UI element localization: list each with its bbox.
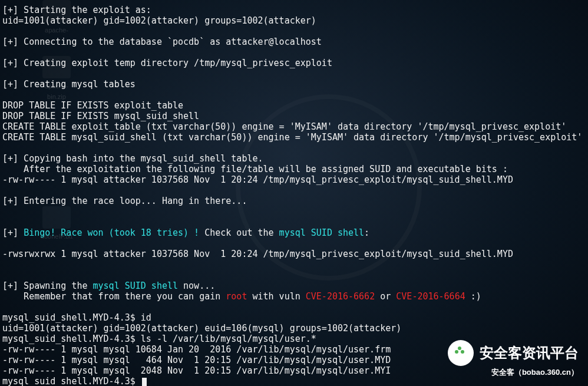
- terminal-text: Bingo! Race won (took 18 tries) !: [24, 227, 199, 238]
- terminal-line: DROP TABLE IF EXISTS exploit_table: [2, 100, 586, 111]
- terminal-prompt-line[interactable]: mysql_suid_shell.MYD-4.3$: [2, 376, 586, 386]
- terminal-text: CVE-2016-6662: [306, 291, 375, 302]
- terminal-line: [2, 259, 586, 270]
- terminal-text: -rw-rw---- 1 mysql mysql 2048 Nov 1 20:1…: [2, 365, 391, 376]
- terminal-line: [2, 270, 586, 281]
- terminal-line: uid=1001(attacker) gid=1002(attacker) eu…: [2, 323, 586, 334]
- terminal-line: [2, 185, 586, 196]
- terminal-line: -rw-rw---- 1 mysql attacker 1037568 Nov …: [2, 174, 586, 185]
- terminal-line: mysql_suid_shell.MYD-4.3$ id: [2, 312, 586, 323]
- terminal-line: -rw-rw---- 1 mysql mysql 10684 Jan 20 20…: [2, 344, 586, 355]
- terminal-line: -rwsrwxrwx 1 mysql attacker 1037568 Nov …: [2, 249, 586, 259]
- terminal-text: -rw-rw---- 1 mysql mysql 464 Nov 1 20:15…: [2, 355, 391, 365]
- terminal-text: with vuln: [247, 291, 305, 302]
- terminal-line: After the exploitation the following fil…: [2, 164, 586, 174]
- terminal-text: [+]: [2, 227, 24, 238]
- terminal-prompt: mysql_suid_shell.MYD-4.3$: [2, 376, 141, 386]
- terminal-text: DROP TABLE IF EXISTS mysql_suid_shell: [2, 111, 199, 121]
- terminal-text: now...: [178, 281, 215, 291]
- terminal-line: [2, 217, 586, 227]
- terminal-text: Check out the: [199, 227, 279, 238]
- terminal-text: [+] Creating mysql tables: [2, 79, 136, 90]
- terminal-line: mysql_suid_shell.MYD-4.3$ ls -l /var/lib…: [2, 334, 586, 344]
- terminal-line: [2, 238, 586, 249]
- terminal-text: [+] Starting the exploit as:: [2, 5, 151, 15]
- terminal-line: uid=1001(attacker) gid=1002(attacker) gr…: [2, 15, 586, 26]
- terminal-text: or: [375, 291, 396, 302]
- terminal-line: -rw-rw---- 1 mysql mysql 2048 Nov 1 20:1…: [2, 365, 586, 376]
- terminal-text: -rwsrwxrwx 1 mysql attacker 1037568 Nov …: [2, 249, 513, 259]
- terminal-line: [2, 47, 586, 58]
- terminal-text: [+] Entering the race loop... Hang in th…: [2, 196, 247, 206]
- terminal-text: Remember that from there you can gain: [2, 291, 226, 302]
- terminal-line: [2, 206, 586, 217]
- terminal-line: DROP TABLE IF EXISTS mysql_suid_shell: [2, 111, 586, 121]
- terminal-text: [+] Creating exploit temp directory /tmp…: [2, 58, 332, 68]
- terminal-line: [2, 26, 586, 37]
- terminal-line: [2, 68, 586, 79]
- terminal-text: :: [364, 227, 369, 238]
- terminal-line: [+] Spawning the mysql SUID shell now...: [2, 281, 586, 291]
- terminal-line: CREATE TABLE exploit_table (txt varchar(…: [2, 121, 586, 132]
- terminal-line: [+] Creating mysql tables: [2, 79, 586, 90]
- terminal-text: uid=1001(attacker) gid=1002(attacker) eu…: [2, 323, 401, 334]
- terminal-text: mysql_suid_shell.MYD-4.3$ id: [2, 312, 151, 323]
- terminal-text: CVE-2016-6664: [396, 291, 465, 302]
- terminal-text: DROP TABLE IF EXISTS exploit_table: [2, 100, 183, 111]
- terminal-output[interactable]: [+] Starting the exploit as:uid=1001(att…: [0, 0, 588, 386]
- terminal-text: [+] Spawning the: [2, 281, 93, 291]
- terminal-text: :): [465, 291, 481, 302]
- terminal-line: [+] Connecting to the database `pocdb` a…: [2, 37, 586, 47]
- terminal-line: [+] Starting the exploit as:: [2, 5, 586, 15]
- terminal-line: -rw-rw---- 1 mysql mysql 464 Nov 1 20:15…: [2, 355, 586, 365]
- terminal-line: [2, 90, 586, 100]
- terminal-line: [+] Entering the race loop... Hang in th…: [2, 196, 586, 206]
- terminal-text: mysql SUID shell: [93, 281, 179, 291]
- terminal-text: mysql_suid_shell.MYD-4.3$ ls -l /var/lib…: [2, 334, 316, 344]
- terminal-text: -rw-rw---- 1 mysql attacker 1037568 Nov …: [2, 174, 513, 185]
- terminal-text: root: [226, 291, 247, 302]
- terminal-text: uid=1001(attacker) gid=1002(attacker) gr…: [2, 15, 316, 26]
- terminal-text: [+] Copying bash into the mysql_suid_she…: [2, 153, 263, 164]
- terminal-text: After the exploitation the following fil…: [2, 164, 508, 174]
- terminal-text: [+] Connecting to the database `pocdb` a…: [2, 37, 322, 47]
- terminal-text: CREATE TABLE exploit_table (txt varchar(…: [2, 121, 566, 132]
- terminal-line: CREATE TABLE mysql_suid_shell (txt varch…: [2, 132, 586, 143]
- terminal-text: -rw-rw---- 1 mysql mysql 10684 Jan 20 20…: [2, 344, 391, 355]
- terminal-line: Remember that from there you can gain ro…: [2, 291, 586, 302]
- terminal-line: [+] Copying bash into the mysql_suid_she…: [2, 153, 586, 164]
- terminal-text: CREATE TABLE mysql_suid_shell (txt varch…: [2, 132, 582, 143]
- terminal-text: mysql SUID shell: [279, 227, 365, 238]
- terminal-line: [2, 302, 586, 312]
- cursor: [142, 378, 147, 386]
- terminal-line: [+] Bingo! Race won (took 18 tries) ! Ch…: [2, 227, 586, 238]
- terminal-line: [+] Creating exploit temp directory /tmp…: [2, 58, 586, 68]
- terminal-line: [2, 143, 586, 153]
